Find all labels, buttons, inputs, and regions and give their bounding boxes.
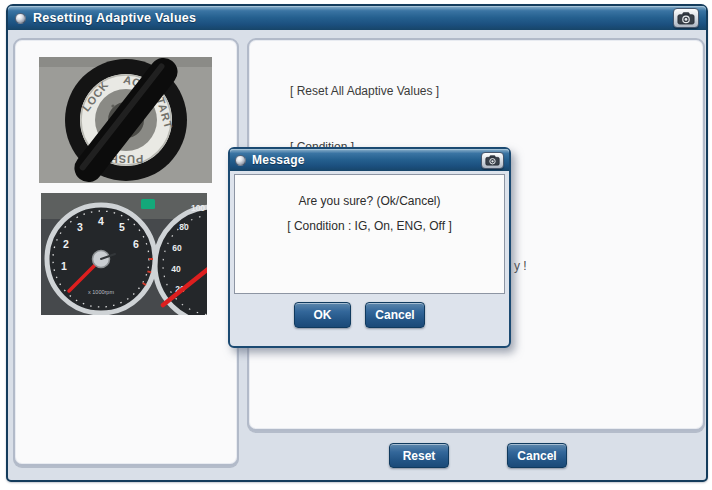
dialog-cancel-button[interactable]: Cancel <box>365 302 425 328</box>
dialog-cancel-button-label: Cancel <box>375 308 414 322</box>
reset-button-label: Reset <box>403 449 436 463</box>
window-titlebar[interactable]: Resetting Adaptive Values <box>8 6 706 30</box>
dialog-camera-button[interactable] <box>481 152 504 169</box>
dialog-message-line2: [ Condition : IG, On, ENG, Off ] <box>235 219 504 233</box>
dialog-message-box: Are you sure? (Ok/Cancel) [ Condition : … <box>234 174 505 294</box>
dialog-sphere-icon <box>235 155 246 166</box>
dialog-ok-button-label: OK <box>314 308 332 322</box>
tach-number-3: 3 <box>77 221 83 233</box>
instruction-title: [ Reset All Adaptive Values ] <box>290 84 439 98</box>
speedo-number-80: 80 <box>179 222 189 232</box>
camera-icon <box>485 155 500 166</box>
screenshot-camera-button[interactable] <box>673 8 699 28</box>
gauge-cluster-image: 100 80 60 40 20 <box>41 193 207 315</box>
tach-number-1: 1 <box>61 260 67 272</box>
tach-unit-label: x 1000rpm <box>88 289 114 295</box>
window-sphere-icon <box>15 13 26 24</box>
message-dialog: Message Are you sure? (Ok/Cancel) [ Cond… <box>228 147 511 348</box>
reset-button[interactable]: Reset <box>389 443 449 468</box>
screen: Resetting Adaptive Values <box>0 0 712 490</box>
footer-cancel-button-label: Cancel <box>517 449 556 463</box>
camera-icon <box>677 12 695 25</box>
window-title: Resetting Adaptive Values <box>33 11 196 25</box>
dialog-title: Message <box>252 153 305 167</box>
illustration-panel: LOCK ACC START PUSH <box>13 38 239 466</box>
speedo-number-60: 60 <box>172 243 182 253</box>
footer-cancel-button[interactable]: Cancel <box>507 443 567 468</box>
tach-number-6: 6 <box>133 238 139 250</box>
dialog-ok-button[interactable]: OK <box>294 302 351 328</box>
speedo-number-40: 40 <box>171 264 181 274</box>
window-client-area: LOCK ACC START PUSH <box>8 30 706 480</box>
dialog-message-line1: Are you sure? (Ok/Cancel) <box>235 194 504 208</box>
resetting-adaptive-values-window: Resetting Adaptive Values <box>6 4 708 482</box>
dialog-titlebar[interactable]: Message <box>230 149 509 171</box>
tach-number-5: 5 <box>119 221 125 233</box>
tach-number-4: 4 <box>98 215 104 227</box>
speedo-number-100: 100 <box>191 203 205 213</box>
tach-number-2: 2 <box>63 238 69 250</box>
ignition-key-image: LOCK ACC START PUSH <box>39 57 212 183</box>
instruction-occluded-fragment: y ! <box>514 259 527 273</box>
cluster-indicator-green <box>141 199 155 209</box>
